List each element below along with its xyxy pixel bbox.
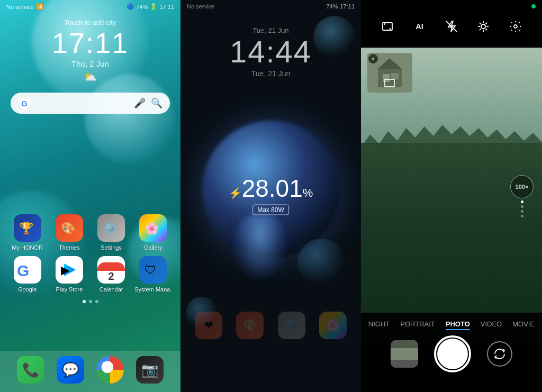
app-settings[interactable]: ⚙️ Settings — [93, 214, 130, 251]
camera-bottom-bar: NIGHT PORTRAIT PHOTO VIDEO MOVIE — [361, 313, 542, 392]
svg-text:G: G — [17, 262, 29, 279]
beauty-button[interactable] — [473, 16, 493, 37]
camera-icon: 📷 — [141, 362, 158, 378]
signal-text: No service — [6, 4, 34, 10]
dock-camera[interactable]: 📷 — [136, 356, 164, 384]
aspect-ratio-button[interactable] — [377, 16, 398, 37]
svg-line-18 — [480, 29, 481, 30]
zoom-level-button[interactable]: 100× — [510, 175, 534, 198]
home-time-display: 17:11 — [0, 29, 180, 57]
zoom-dot-3 — [521, 210, 523, 213]
lock-status-bar: No service 74% 17:11 — [180, 0, 361, 11]
svg-text:▶: ▶ — [61, 263, 70, 277]
flash-button[interactable] — [441, 16, 462, 37]
close-preview-button[interactable]: × — [368, 54, 378, 63]
charging-info: ⚡ 28.01 % Max 80W — [229, 176, 313, 215]
lock-time-display: 14:44 — [230, 37, 312, 67]
zoom-controls: 100× — [510, 175, 534, 217]
app-gallery[interactable]: 🌸 Gallery — [134, 214, 172, 251]
play-store-label: Play Store — [56, 286, 83, 293]
battery-percent: 74% — [136, 4, 148, 10]
gallery-label: Gallery — [144, 244, 162, 251]
app-play-store[interactable]: ▶ Play Store — [50, 256, 88, 293]
app-grid-row2: G Google ▶ Play — [0, 256, 180, 293]
mode-photo[interactable]: PHOTO — [446, 318, 470, 330]
camera-top-controls: AI — [361, 16, 542, 37]
lens-search-icon[interactable]: 🔍 — [151, 97, 162, 109]
camera-screen: AI — [361, 0, 542, 392]
app-google[interactable]: G Google — [8, 256, 46, 293]
last-photo-thumbnail[interactable] — [391, 340, 418, 368]
home-screen: No service 📶 🔵 74% 🔋 17:11 Touch to add … — [0, 0, 180, 392]
svg-rect-9 — [383, 23, 392, 30]
lock-app-icon-4: 🌸 — [319, 312, 347, 339]
status-left: No service 📶 — [6, 3, 43, 10]
google-icon: G — [14, 256, 41, 284]
my-honor-label: My HONOR — [12, 244, 43, 251]
battery-icon: 🔋 — [150, 3, 157, 10]
mode-movie[interactable]: MOVIE — [512, 318, 535, 330]
calendar-label: Calendar — [100, 286, 123, 293]
ai-button[interactable]: AI — [410, 16, 430, 37]
camera-preview-thumbnail[interactable]: × — [367, 53, 412, 93]
lock-app-icon-2: 🎨 — [236, 312, 264, 339]
page-dot-1 — [83, 300, 86, 303]
calendar-date-number: 2 — [109, 271, 114, 281]
home-weather-widget[interactable]: Touch to add city 17:11 Thu, 2 Jun ⛅ — [0, 11, 180, 83]
svg-text:🛡: 🛡 — [144, 263, 156, 277]
themes-icon: 🎨 — [56, 214, 83, 242]
lock-app-icon-3: ⚙️ — [278, 312, 305, 339]
themes-label: Themes — [59, 244, 80, 251]
shutter-button[interactable] — [434, 335, 471, 372]
svg-text:⚙️: ⚙️ — [103, 221, 118, 235]
svg-rect-27 — [391, 348, 418, 360]
search-action-icons: 🎤 🔍 — [134, 97, 162, 109]
lock-app-1: ❤ — [191, 312, 226, 339]
system-manager-label: System Mana. — [134, 286, 171, 293]
app-themes[interactable]: 🎨 Themes — [50, 214, 88, 251]
flip-camera-button[interactable] — [487, 341, 512, 367]
zoom-dot-1 — [521, 200, 523, 203]
dock-phone[interactable]: 📞 — [17, 356, 44, 384]
weather-emoji: ⛅ — [0, 70, 180, 83]
status-right: 🔵 74% 🔋 17:11 — [127, 3, 174, 10]
charge-percent-value: 28.01 — [242, 176, 303, 200]
app-system-manager[interactable]: 🛡 System Mana. — [134, 256, 172, 293]
calendar-header — [97, 262, 125, 271]
google-g-logo: G — [18, 97, 31, 110]
app-grid-row1: 🏆 My HONOR 🎨 Themes ⚙️ Settings 🌸 Galler… — [0, 214, 180, 251]
charge-percent-symbol: % — [303, 186, 313, 199]
lock-app-2: 🎨 — [232, 312, 267, 339]
charge-display: ⚡ 28.01 % — [229, 176, 313, 200]
dock-messages[interactable]: 💬 — [57, 356, 84, 384]
dock-chrome[interactable] — [96, 356, 124, 384]
lock-app-3: ⚙️ — [274, 312, 309, 339]
camera-top-bar: AI — [361, 0, 542, 48]
svg-line-17 — [486, 29, 487, 30]
shutter-inner — [437, 339, 468, 369]
camera-settings-button[interactable] — [505, 16, 526, 37]
lock-screen: No service 74% 17:11 Tue, 21 Jun 14:44 T… — [180, 0, 361, 392]
svg-text:🎨: 🎨 — [61, 221, 76, 235]
svg-point-20 — [514, 25, 517, 28]
mode-video[interactable]: VIDEO — [481, 318, 502, 330]
lock-status-left: No service — [187, 3, 214, 10]
focus-bracket — [384, 79, 395, 87]
google-label: Google — [18, 286, 37, 293]
page-dot-2 — [89, 300, 92, 303]
page-indicator — [0, 300, 180, 303]
search-bar[interactable]: G 🎤 🔍 — [11, 93, 170, 114]
app-calendar[interactable]: 2 Calendar — [93, 256, 130, 293]
home-status-bar: No service 📶 🔵 74% 🔋 17:11 — [0, 0, 180, 11]
lock-date-small: Tue, 21 Jun — [252, 26, 288, 34]
mode-night[interactable]: NIGHT — [368, 318, 390, 330]
mode-portrait[interactable]: PORTRAIT — [400, 318, 435, 330]
lock-app-icon-1: ❤ — [195, 312, 222, 339]
page-dot-3 — [95, 300, 98, 303]
app-my-honor[interactable]: 🏆 My HONOR — [8, 214, 46, 251]
svg-line-19 — [486, 23, 487, 24]
zoom-dot-2 — [521, 205, 523, 208]
voice-search-icon[interactable]: 🎤 — [134, 97, 146, 109]
svg-text:🌸: 🌸 — [144, 221, 159, 235]
settings-label: Settings — [101, 244, 122, 251]
